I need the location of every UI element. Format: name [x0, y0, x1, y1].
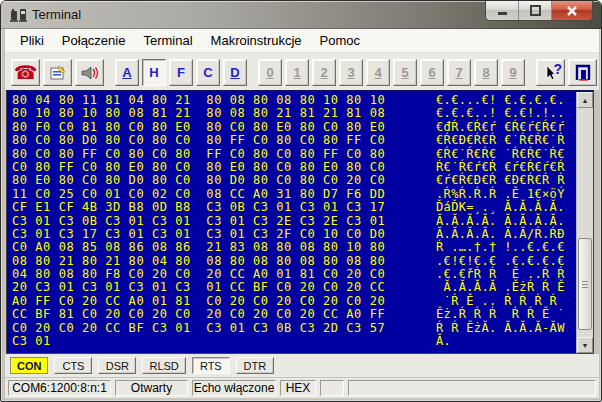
question-mark-icon: ? — [553, 61, 562, 77]
menubar: PlikiPołączenieTerminalMakroinstrukcjePo… — [5, 29, 599, 53]
menu-item-makroinstrukcje[interactable]: Makroinstrukcje — [202, 29, 311, 52]
menu-item-terminal[interactable]: Terminal — [134, 29, 201, 52]
hex-bytes: 08 80 21 80 21 80 04 80 08 80 08 80 08 8… — [12, 254, 385, 268]
ascii-text: €Ŕ€Đ€Ŕ€Ŕ €˙Ŕ€Ŕ€˙Ŕ — [436, 134, 565, 147]
toolbar-button-8: 8 — [474, 59, 498, 86]
digit-buttons: 0123456789 — [258, 59, 525, 86]
toolbar-button-c[interactable]: C — [196, 59, 220, 86]
app-icon — [10, 7, 28, 23]
indicator-con[interactable]: CON — [10, 357, 48, 374]
toolbar-button-d[interactable]: D — [223, 59, 247, 86]
maximize-icon — [530, 5, 541, 16]
hex-dump-row: 80 C0 80 FF C0 80 C0 80 FF C0 80 C0 80 F… — [12, 148, 576, 161]
hex-dump-row: CC BF 81 C0 20 C0 20 C0 20 C0 20 C0 20 C… — [12, 308, 576, 321]
ascii-text: €Ŕ€˙Ŕ€Ŕ€ ˙Ŕ€Ŕ€˙Ŕ€ — [436, 148, 565, 161]
hex-bytes: 80 C0 80 D0 80 C0 80 C0 80 FF C0 80 C0 8… — [12, 133, 385, 147]
ascii-text: Ěż.Ŕ Ŕ Ŕ Ŕ Ŕ Ě ˙ — [436, 308, 565, 321]
hex-dump-row: 80 04 80 11 81 04 80 21 80 08 80 08 80 1… — [12, 94, 576, 107]
letter-buttons: AHFCD — [115, 59, 247, 86]
terminal-panel: 80 04 80 11 81 04 80 21 80 08 80 08 80 1… — [6, 90, 594, 354]
settings-icon — [49, 64, 67, 82]
hex-dump-row: C3 01Ă. — [12, 335, 576, 348]
sound-button[interactable] — [75, 59, 104, 86]
hex-dump-row: CF E1 CF 4B 3D B8 0D B8 C3 0B C3 01 C3 0… — [12, 201, 576, 214]
hex-bytes: 04 80 08 80 F8 C0 20 C0 20 CC A0 01 81 C… — [12, 267, 385, 281]
hex-bytes: C3 01 C3 17 C3 01 C3 01 C3 01 C3 2F C0 1… — [12, 227, 385, 241]
hex-bytes: C0 80 FF C0 80 E0 80 C0 80 E0 80 C0 80 E… — [12, 160, 385, 174]
hex-bytes: CF E1 CF 4B 3D B8 0D B8 C3 0B C3 01 C3 0… — [12, 200, 385, 214]
status-panel-3: HEX — [280, 380, 316, 396]
terminal-window: Terminal PlikiPołączenieTerminalMakroins… — [0, 0, 602, 402]
scroll-down-icon: ▼ — [582, 342, 589, 349]
hex-bytes: 80 C0 80 FF C0 80 C0 80 FF C0 80 C0 80 F… — [12, 147, 385, 161]
toolbar-button-0: 0 — [258, 59, 282, 86]
connect-button[interactable]: ☎ — [11, 59, 40, 86]
scroll-up-icon: ▲ — [582, 97, 589, 104]
scrollbar-grip-icon — [582, 284, 588, 285]
hex-bytes: C0 A0 08 85 08 86 08 86 21 83 08 80 08 8… — [12, 240, 385, 254]
toolbar-button-7: 7 — [447, 59, 471, 86]
hex-dump-row: C3 01 C3 0B C3 01 C3 01 C3 01 C3 2E C3 2… — [12, 215, 576, 228]
scroll-up-button[interactable]: ▲ — [577, 92, 593, 108]
hex-bytes: 80 F0 C0 81 80 C0 80 E0 80 C0 80 E0 80 C… — [12, 120, 385, 134]
titlebar[interactable]: Terminal — [1, 1, 601, 29]
hex-dump-row: 80 E0 80 C0 80 D0 80 C0 80 D0 80 C0 80 C… — [12, 174, 576, 187]
close-button[interactable] — [552, 1, 592, 20]
status-panel-2: Echo włączone — [192, 380, 276, 396]
ascii-text: Ŕ Ŕ ĚżĂ. Ă.Ă.Ă-ĂW — [436, 322, 565, 335]
ascii-text: Ŕ .….†.† !..€.€.€ — [436, 241, 565, 254]
exit-button[interactable] — [568, 59, 597, 86]
status-panel-0: COM6:1200:8:n:1 — [8, 380, 111, 396]
hex-bytes: 80 E0 80 C0 80 D0 80 C0 80 D0 80 C0 80 C… — [12, 173, 385, 187]
scrollbar-track[interactable] — [577, 108, 593, 337]
indicator-dsr[interactable]: DSR — [98, 357, 136, 374]
toolbar-button-2: 2 — [312, 59, 336, 86]
indicator-cts[interactable]: CTS — [54, 357, 92, 374]
hex-bytes: 11 C0 25 C0 01 C0 02 C0 08 CC A0 31 80 D… — [12, 187, 385, 201]
settings-button[interactable] — [43, 59, 72, 86]
indicator-row: CONCTSDSRRLSDRTSDTR — [5, 354, 599, 377]
hex-dump-row: 20 C3 01 C3 01 C3 01 C3 01 CC BF C0 20 C… — [12, 281, 576, 294]
indicator-rlsd[interactable]: RLSD — [142, 357, 185, 374]
phone-icon: ☎ — [14, 63, 38, 82]
menu-item-pliki[interactable]: Pliki — [11, 29, 53, 52]
terminal-display[interactable]: 80 04 80 11 81 04 80 21 80 08 80 08 80 1… — [7, 92, 576, 353]
menu-item-połączenie[interactable]: Połączenie — [53, 29, 135, 52]
toolbar-button-5: 5 — [393, 59, 417, 86]
hex-dump-row: 80 C0 80 D0 80 C0 80 C0 80 FF C0 80 C0 8… — [12, 134, 576, 147]
status-panel-4 — [320, 380, 344, 396]
indicator-dtr[interactable]: DTR — [236, 357, 274, 374]
toolbar-button-9: 9 — [501, 59, 525, 86]
hex-bytes: CC BF 81 C0 20 C0 20 C0 20 C0 20 C0 20 C… — [12, 307, 385, 321]
ascii-text: €.€.€..! €.€!.!.. — [436, 107, 565, 120]
scrollbar-thumb[interactable] — [578, 238, 592, 330]
hex-bytes: C0 20 C0 20 CC BF C3 01 C3 01 C3 0B C3 2… — [12, 321, 385, 335]
toolbar-button-a[interactable]: A — [115, 59, 139, 86]
ascii-text: Ă.Ă.Ă.Ă. Ă.Ă.Ă.Ă. — [436, 215, 565, 228]
vertical-scrollbar[interactable]: ▲ ▼ — [576, 92, 593, 353]
maximize-button[interactable] — [519, 1, 552, 20]
indicator-rts[interactable]: RTS — [192, 357, 230, 374]
ascii-text: Ă.Ă.Ă.Ă .ĚżŔ Ŕ Ě — [436, 281, 565, 294]
scroll-down-button[interactable]: ▼ — [577, 337, 593, 353]
minimize-button[interactable] — [486, 1, 519, 20]
context-help-button[interactable]: ? — [536, 59, 565, 86]
toolbar: ☎ AHFCD 0123456789 ? — [5, 53, 599, 90]
hex-bytes: 80 10 80 10 80 08 81 21 80 08 80 21 81 2… — [12, 106, 385, 120]
status-panel-1: Otwarty — [115, 380, 188, 396]
menu-item-pomoc[interactable]: Pomoc — [311, 29, 369, 52]
hex-dump-row: 80 10 80 10 80 08 81 21 80 08 80 21 81 2… — [12, 107, 576, 120]
exit-door-icon — [574, 64, 592, 82]
hex-dump-row: C0 A0 08 85 08 86 08 86 21 83 08 80 08 8… — [12, 241, 576, 254]
status-panel-5 — [348, 380, 596, 396]
statusbar: COM6:1200:8:n:1OtwartyEcho włączoneHEX — [5, 378, 599, 398]
toolbar-button-f[interactable]: F — [169, 59, 193, 86]
toolbar-button-4: 4 — [366, 59, 390, 86]
toolbar-button-6: 6 — [420, 59, 444, 86]
toolbar-button-h[interactable]: H — [142, 59, 166, 86]
toolbar-button-1: 1 — [285, 59, 309, 86]
hex-bytes: 20 C3 01 C3 01 C3 01 C3 01 CC BF C0 20 C… — [12, 280, 385, 294]
close-icon — [566, 5, 578, 17]
speaker-icon — [80, 64, 100, 82]
caption-buttons — [485, 1, 593, 21]
